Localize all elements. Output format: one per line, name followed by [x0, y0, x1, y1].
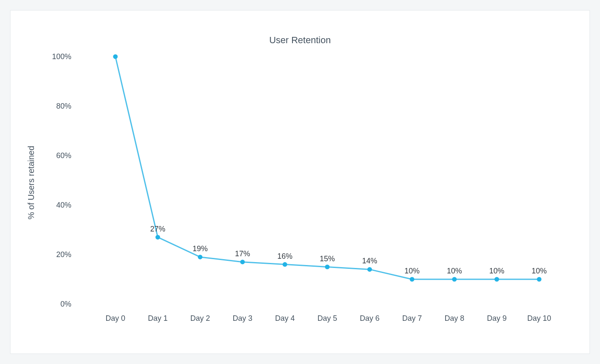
x-tick-label: Day 5 — [317, 314, 337, 322]
x-tick-label: Day 3 — [232, 314, 252, 322]
data-point — [368, 267, 372, 272]
x-tick-label: Day 10 — [527, 314, 551, 322]
y-tick-label: 20% — [56, 250, 71, 259]
data-label: 10% — [404, 267, 420, 275]
chart-plot-area: 0%20%40%60%80%100%27%19%17%16%15%14%10%1… — [10, 10, 590, 354]
y-tick-label: 60% — [56, 151, 71, 160]
x-tick-label: Day 1 — [148, 314, 167, 322]
chart-card: User Retention % of Users retained 0%20%… — [10, 10, 590, 354]
x-tick-label: Day 4 — [275, 314, 295, 322]
data-label: 10% — [532, 267, 547, 275]
x-tick-label: Day 2 — [190, 314, 210, 322]
data-label: 19% — [193, 244, 208, 253]
data-point — [537, 277, 542, 282]
chart-svg: 0%20%40%60%80%100%27%19%17%16%15%14%10%1… — [10, 10, 590, 354]
y-tick-label: 40% — [56, 201, 71, 209]
data-label: 14% — [362, 257, 377, 265]
x-tick-label: Day 7 — [402, 314, 422, 322]
x-tick-label: Day 6 — [360, 314, 379, 322]
data-point — [495, 277, 499, 282]
y-tick-label: 0% — [60, 300, 71, 308]
data-point — [156, 235, 160, 239]
retention-line — [115, 57, 539, 279]
y-tick-label: 80% — [56, 102, 71, 110]
data-label: 27% — [150, 225, 165, 233]
data-label: 10% — [447, 267, 462, 275]
data-label: 17% — [235, 250, 250, 258]
data-point — [452, 277, 457, 282]
x-tick-label: Day 0 — [105, 314, 125, 322]
data-point — [410, 277, 415, 282]
data-point — [198, 255, 203, 259]
y-tick-label: 100% — [52, 52, 71, 61]
data-point — [240, 260, 245, 264]
data-point — [113, 55, 118, 59]
data-label: 16% — [277, 252, 292, 260]
x-tick-label: Day 9 — [487, 314, 506, 322]
data-label: 15% — [320, 255, 335, 263]
data-point — [325, 265, 330, 269]
data-label: 10% — [489, 267, 504, 275]
data-point — [283, 262, 287, 267]
x-tick-label: Day 8 — [444, 314, 464, 322]
